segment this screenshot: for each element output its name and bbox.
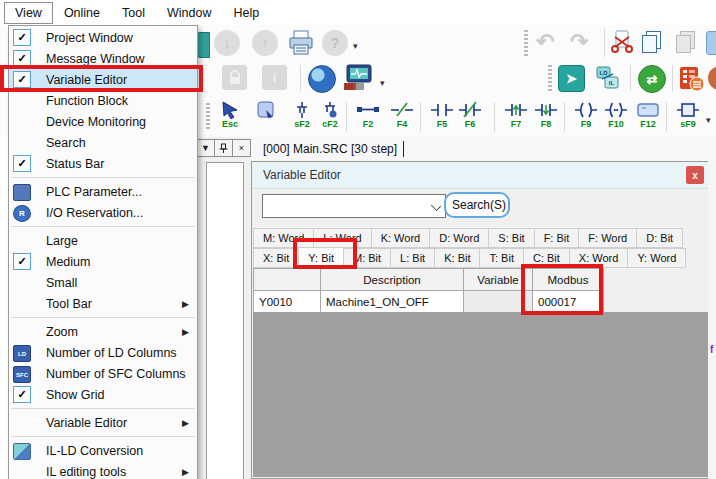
export-icon[interactable]: ➤ [558, 65, 585, 92]
monitor-icon[interactable] [342, 63, 374, 93]
ld-il-icon[interactable]: LD IL [594, 65, 622, 91]
connect-icon[interactable] [197, 32, 210, 58]
tab-t-bit[interactable]: T: Bit [479, 248, 523, 268]
column-header-description[interactable]: Description [321, 269, 464, 291]
menu-item-il-ld-conversion[interactable]: IL-LD Conversion [9, 440, 197, 461]
tab-y-bit[interactable]: Y: Bit [298, 247, 344, 269]
toolbar-drag-handle[interactable] [524, 30, 528, 56]
info-icon[interactable]: i [262, 65, 287, 90]
menu-item-search[interactable]: Search [9, 132, 197, 153]
fkey-f7-icon[interactable]: F7 [500, 101, 532, 129]
column-header-variable[interactable]: Variable [464, 269, 533, 291]
tab-k-word[interactable]: K: Word [371, 228, 431, 248]
dropdown-arrow-icon[interactable]: ▾ [353, 41, 358, 51]
checkmark-icon: ✓ [13, 155, 31, 172]
menu-item-variable-editor[interactable]: Variable Editor▶ [9, 412, 197, 433]
menu-help[interactable]: Help [222, 2, 270, 24]
tab-d-word[interactable]: D: Word [429, 228, 489, 248]
menu-item-medium[interactable]: ✓Medium [9, 251, 197, 272]
menu-item-message-window[interactable]: ✓Message Window [9, 48, 197, 69]
fkey-doc-icon[interactable] [250, 101, 282, 119]
tab-d-bit[interactable]: D: Bit [636, 228, 683, 248]
help-icon[interactable]: ? [322, 30, 348, 56]
menu-item-status-bar[interactable]: ✓Status Bar [9, 153, 197, 174]
tab-l-bit[interactable]: L: Bit [390, 248, 435, 268]
menu-item-number-of-ld-columns[interactable]: LDNumber of LD Columns [9, 342, 197, 363]
menu-item-number-of-sfc-columns[interactable]: SFCNumber of SFC Columns [9, 363, 197, 384]
menu-item-tool-bar[interactable]: Tool Bar▶ [9, 293, 197, 314]
tab-c-bit[interactable]: C: Bit [523, 248, 570, 268]
tab-m-word[interactable]: M: Word [253, 228, 314, 248]
fkey-esc-icon[interactable]: Esc [214, 101, 246, 129]
dock-dropdown-icon[interactable]: ▼ [196, 139, 215, 157]
paste-icon[interactable] [676, 31, 694, 52]
fkey-sf9-icon[interactable]: sF9 [672, 101, 704, 129]
project-tree[interactable] [206, 162, 244, 479]
upload-icon[interactable]: ↑ [252, 30, 278, 56]
tab-k-bit[interactable]: K: Bit [434, 248, 480, 268]
fkey-cf2-icon[interactable]: cF2 [314, 101, 346, 129]
menu-item-function-block[interactable]: Function Block [9, 90, 197, 111]
new-icon[interactable] [706, 31, 716, 55]
cut-icon[interactable] [610, 29, 636, 55]
tab-x-bit[interactable]: X: Bit [253, 248, 299, 268]
fkey-f12-icon[interactable]: F12 [632, 101, 664, 129]
modbus-cell[interactable]: 000017 [533, 291, 604, 313]
undo-icon[interactable]: ↶ [536, 29, 554, 55]
search-combobox[interactable] [262, 194, 446, 218]
variable-cell[interactable] [464, 291, 533, 313]
checkmark-icon: ✓ [13, 29, 31, 46]
print-icon[interactable] [286, 29, 316, 57]
search-button[interactable]: Search(S) [444, 192, 510, 218]
toolbar-drag-handle[interactable] [206, 103, 210, 131]
copy-icon[interactable] [642, 31, 660, 52]
memory-icon[interactable] [678, 65, 705, 92]
fkey-f4-icon[interactable]: F4 [386, 101, 418, 129]
dock-pin-icon[interactable] [214, 139, 233, 157]
device-cell[interactable]: Y0010 [254, 291, 321, 313]
fkey-f9-icon[interactable]: F9 [570, 101, 602, 129]
menu-item-il-editing-tools[interactable]: IL editing tools▶ [9, 461, 197, 479]
menu-item-show-grid[interactable]: ✓Show Grid [9, 384, 197, 405]
fkey-f10-icon[interactable]: F10 [600, 101, 632, 129]
chevron-down-icon[interactable] [431, 201, 441, 211]
menu-item-project-window[interactable]: ✓Project Window [9, 27, 197, 48]
tab-l-word[interactable]: L: Word [313, 228, 371, 248]
tab-y-word[interactable]: Y: Word [627, 248, 686, 268]
menu-item-device-monitoring[interactable]: Device Monitoring [9, 111, 197, 132]
description-cell[interactable]: Machine1_ON_OFF [321, 291, 464, 313]
menu-item-small[interactable]: Small [9, 272, 197, 293]
menu-view[interactable]: View [4, 2, 53, 24]
tab-s-bit[interactable]: S: Bit [488, 228, 534, 248]
tab-m-bit[interactable]: M: Bit [343, 248, 391, 268]
document-tab[interactable]: [000] Main.SRC [30 step] [251, 142, 397, 156]
menu-item-plc-parameter[interactable]: PLC Parameter... [9, 181, 197, 202]
tab-x-word[interactable]: X: Word [569, 248, 629, 268]
menu-item-i-o-reservation[interactable]: RI/O Reservation... [9, 202, 197, 223]
online-edit-icon[interactable] [308, 65, 336, 93]
gear-icon[interactable] [708, 66, 716, 90]
tab-f-word[interactable]: F: Word [578, 228, 637, 248]
fkey-f8-icon[interactable]: F8 [530, 101, 562, 129]
menu-window[interactable]: Window [156, 2, 222, 24]
download-icon[interactable]: ↓ [214, 30, 240, 56]
redo-icon[interactable]: ↷ [570, 29, 588, 55]
menu-item-variable-editor[interactable]: ✓Variable Editor [9, 69, 197, 90]
dropdown-arrow-icon[interactable]: ▾ [706, 115, 711, 125]
dropdown-arrow-icon[interactable]: ▾ [380, 78, 385, 88]
dock-close-icon[interactable]: × [232, 139, 251, 157]
fkey-f6-icon[interactable]: F6 [454, 101, 486, 129]
password-icon[interactable] [222, 65, 247, 90]
fkey-f2-icon[interactable]: F2 [352, 101, 384, 129]
menu-item-zoom[interactable]: Zoom▶ [9, 321, 197, 342]
close-icon[interactable]: x [686, 166, 704, 184]
column-header-row[interactable] [254, 269, 321, 291]
menu-item-large[interactable]: Large [9, 230, 197, 251]
menu-online[interactable]: Online [53, 2, 111, 24]
column-header-modbus[interactable]: Modbus [533, 269, 604, 291]
tab-f-bit[interactable]: F: Bit [534, 228, 580, 248]
compare-icon[interactable]: ⇄ [638, 65, 666, 93]
checkmark-icon: ✓ [13, 50, 31, 67]
menu-tool[interactable]: Tool [111, 2, 156, 24]
toolbar-drag-handle[interactable] [548, 65, 552, 91]
